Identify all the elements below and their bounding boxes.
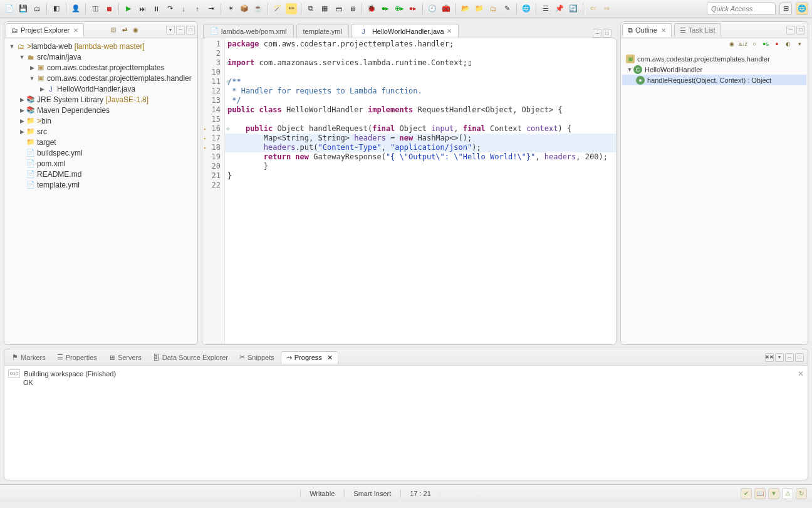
run-ext-icon[interactable]: ⊕▸: [393, 3, 405, 14]
link-editor-icon[interactable]: ⇄: [120, 26, 129, 34]
tree-package[interactable]: ▶▣com.aws.codestar.projecttemplates: [4, 62, 197, 73]
jar-icon[interactable]: 📦: [239, 3, 250, 14]
focus-icon[interactable]: ◉: [727, 40, 736, 48]
hide-local-icon[interactable]: ◐: [784, 40, 793, 48]
skip-icon[interactable]: ⏭: [137, 3, 148, 14]
goto-icon[interactable]: ⧉: [305, 3, 316, 14]
tree-file[interactable]: 📄README.md: [4, 169, 197, 179]
filter-icon[interactable]: ☰: [540, 3, 551, 14]
tree-maven[interactable]: ▶📚Maven Dependencies: [4, 105, 197, 115]
debug-run-icon[interactable]: ▶: [123, 3, 134, 14]
remove-finished-icon[interactable]: ✕: [798, 369, 804, 378]
pause-icon[interactable]: ⏸: [150, 3, 162, 14]
open-folder-icon[interactable]: 📂: [460, 3, 471, 14]
save-all-icon[interactable]: 🗂: [31, 3, 43, 14]
resume-icon[interactable]: ⇥: [206, 3, 217, 14]
editor-body[interactable]: 12310111213141516171819202122 package co…: [202, 38, 617, 345]
pin-icon[interactable]: 📌: [554, 3, 565, 14]
refresh-icon[interactable]: 🔄: [568, 3, 579, 14]
close-tab-icon[interactable]: ✕: [447, 28, 452, 34]
globe-icon[interactable]: 🌐: [521, 3, 532, 14]
hide-nonpublic-icon[interactable]: ●: [773, 40, 781, 48]
minimize-icon[interactable]: ─: [593, 29, 601, 38]
java-ee-perspective-icon[interactable]: 🌐: [796, 3, 808, 15]
code-content[interactable]: package com.aws.codestar.projecttemplate…: [225, 38, 616, 344]
task-icon[interactable]: ✶: [225, 3, 236, 14]
tools-icon[interactable]: 🧰: [440, 3, 452, 14]
step-over-icon[interactable]: ↷: [164, 3, 175, 14]
stop-icon[interactable]: ⏹: [103, 3, 115, 14]
editor-tab-active[interactable]: JHelloWorldHandler.java✕: [351, 24, 459, 38]
tab-datasource[interactable]: 🗄Data Source Explorer: [148, 351, 233, 364]
close-icon[interactable]: ✕: [73, 27, 78, 34]
new-icon[interactable]: 📄: [4, 3, 15, 14]
back-icon[interactable]: ⇦: [587, 3, 598, 14]
tab-progress[interactable]: ⇢Progress✕: [281, 351, 338, 364]
new-java-icon[interactable]: ☕: [252, 3, 264, 14]
tree-project-root[interactable]: ▼🗂 > lambda-web [lambda-web master]: [4, 41, 197, 51]
tab-properties[interactable]: ☰Properties: [52, 351, 102, 364]
step-into-icon[interactable]: ↓: [178, 3, 189, 14]
highlight-icon[interactable]: ✏: [286, 3, 297, 14]
tree-dir[interactable]: ▶📁> bin: [4, 115, 197, 126]
tree-dir[interactable]: 📁target: [4, 137, 197, 147]
status-warn-icon[interactable]: ⚠: [782, 488, 793, 499]
maximize-icon[interactable]: □: [186, 26, 195, 34]
status-validate-icon[interactable]: ✔: [741, 488, 752, 499]
outline-tab[interactable]: ⧉Outline✕: [622, 23, 672, 37]
switch-icon[interactable]: ◧: [51, 3, 62, 14]
status-down-icon[interactable]: ▼: [768, 488, 779, 499]
tree-package[interactable]: ▼▣com.aws.codestar.projecttemplates.hand…: [4, 73, 197, 83]
hide-static-icon[interactable]: ●s: [761, 40, 770, 48]
hide-fields-icon[interactable]: ○: [750, 40, 759, 48]
quick-access-input[interactable]: [707, 3, 776, 15]
outline-tree[interactable]: ▣com.aws.codestar.projecttemplates.handl…: [621, 52, 808, 344]
outline-method[interactable]: ●handleRequest(Object, Context) : Object: [622, 75, 806, 85]
run-red-icon[interactable]: ●▸: [407, 3, 419, 14]
save-icon[interactable]: 💾: [18, 3, 29, 14]
maximize-icon[interactable]: □: [603, 29, 612, 38]
form-icon[interactable]: ▦: [319, 3, 330, 14]
collapse-all-icon[interactable]: ⊟: [109, 26, 118, 34]
editor-tab[interactable]: template.yml: [296, 24, 349, 38]
open-perspective-icon[interactable]: ⊞: [779, 3, 792, 15]
pencil-icon[interactable]: ✎: [501, 3, 513, 14]
tab-snippets[interactable]: ✂Snippets: [234, 351, 279, 364]
run-green-icon[interactable]: ●▸: [380, 3, 391, 14]
folder2-icon[interactable]: 📁: [474, 3, 485, 14]
maximize-icon[interactable]: □: [796, 26, 805, 34]
close-icon[interactable]: ✕: [327, 354, 333, 362]
tree-dir[interactable]: ▶📁src: [4, 126, 197, 137]
tree-jre[interactable]: ▶📚JRE System Library [JavaSE-1.8]: [4, 94, 197, 105]
tab-markers[interactable]: ⚑Markers: [7, 351, 51, 364]
status-book-icon[interactable]: 📖: [754, 488, 766, 499]
minimize-icon[interactable]: ─: [176, 26, 185, 34]
tree-file[interactable]: 📄buildspec.yml: [4, 147, 197, 158]
tab-servers[interactable]: 🖥Servers: [103, 351, 147, 364]
tree-src-main-java[interactable]: ▼🖿src/main/java: [4, 51, 197, 62]
folder3-icon[interactable]: 🗂: [487, 3, 499, 14]
tree-file[interactable]: 📄template.yml: [4, 179, 197, 190]
project-tree[interactable]: ▼🗂 > lambda-web [lambda-web master] ▼🖿sr…: [4, 38, 197, 344]
history-icon[interactable]: 🕘: [427, 3, 438, 14]
sort-icon[interactable]: a↓z: [739, 40, 747, 48]
step-out-icon[interactable]: ↑: [192, 3, 203, 14]
status-sync-icon[interactable]: ↻: [796, 488, 807, 499]
srv-icon[interactable]: 🖥: [346, 3, 358, 14]
editor-tab[interactable]: 📄lambda-web/pom.xml: [203, 24, 294, 38]
view-menu-icon[interactable]: ▾: [795, 40, 804, 48]
view-menu-icon[interactable]: ▾: [775, 353, 784, 362]
task-list-tab[interactable]: ☰Task List: [674, 23, 721, 37]
minimize-icon[interactable]: ─: [786, 26, 795, 34]
db-icon[interactable]: 🗃: [333, 3, 344, 14]
minimize-icon[interactable]: ─: [785, 353, 794, 362]
bug-run-icon[interactable]: 🐞: [366, 3, 377, 14]
outline-package[interactable]: ▣com.aws.codestar.projecttemplates.handl…: [622, 53, 806, 64]
view-menu-icon[interactable]: ▾: [166, 26, 175, 34]
window-icon[interactable]: ◫: [90, 3, 101, 14]
focus-icon[interactable]: ◉: [132, 26, 140, 34]
project-explorer-tab[interactable]: 🗂 Project Explorer ✕: [6, 23, 84, 37]
remove-all-icon[interactable]: ✖✖: [765, 353, 774, 362]
forward-icon[interactable]: ⇨: [601, 3, 612, 14]
close-icon[interactable]: ✕: [661, 27, 666, 34]
